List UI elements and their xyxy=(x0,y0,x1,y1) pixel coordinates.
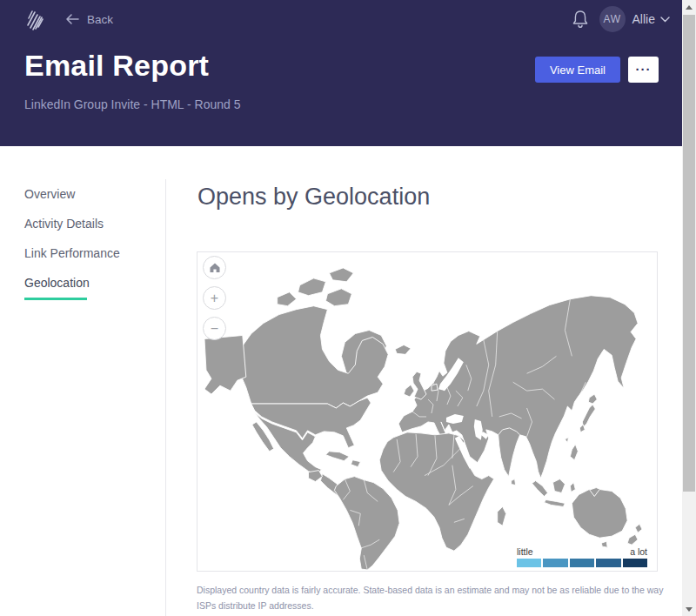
country-new-zealand-south[interactable] xyxy=(627,534,638,545)
legend-swatch xyxy=(517,559,541,567)
geolocation-map-card: + − little a lot xyxy=(197,251,658,572)
country-canada-arctic-island[interactable] xyxy=(329,268,353,282)
back-button[interactable]: Back xyxy=(64,13,113,26)
country-usa-alaska[interactable] xyxy=(204,335,246,394)
sidebar-item-label: Activity Details xyxy=(24,217,104,231)
country-canada-arctic-island[interactable] xyxy=(298,278,326,296)
sidebar-item-label: Link Performance xyxy=(24,246,120,260)
email-report-page: Back AW Allie Email Report View Email ··… xyxy=(0,0,696,616)
sidebar-item-label: Overview xyxy=(24,187,75,201)
island-java[interactable] xyxy=(544,499,565,506)
map-zoom-out-button[interactable]: − xyxy=(203,317,226,340)
more-options-button[interactable]: ··· xyxy=(628,57,659,83)
back-label: Back xyxy=(87,13,113,26)
legend-low-label: little xyxy=(517,546,533,557)
home-icon xyxy=(209,262,221,273)
app-logo-icon[interactable] xyxy=(24,7,49,31)
country-philippines[interactable] xyxy=(570,445,578,460)
sidebar-item-link-performance[interactable]: Link Performance xyxy=(24,246,155,261)
top-bar: Back AW Allie xyxy=(0,0,682,38)
country-netherlands[interactable] xyxy=(432,384,438,391)
legend-high-label: a lot xyxy=(630,546,647,557)
minus-icon: − xyxy=(211,322,218,336)
report-nav: Overview Activity Details Link Performan… xyxy=(24,187,155,315)
country-canada-arctic-island[interactable] xyxy=(325,289,351,306)
country-india[interactable] xyxy=(499,428,520,477)
world-map[interactable] xyxy=(197,252,657,571)
sidebar-item-geolocation[interactable]: Geolocation xyxy=(24,276,155,300)
map-home-button[interactable] xyxy=(203,256,226,279)
country-japan-honshu[interactable] xyxy=(582,405,595,427)
scrollbar-thumb[interactable] xyxy=(683,15,695,492)
country-iceland[interactable] xyxy=(395,345,411,354)
island-sulawesi[interactable] xyxy=(570,483,575,492)
page-title: Email Report xyxy=(24,49,209,83)
sidebar-divider xyxy=(165,179,166,616)
country-ireland[interactable] xyxy=(404,385,414,397)
scrollbar-down-button[interactable] xyxy=(682,602,696,616)
view-email-button[interactable]: View Email xyxy=(535,57,620,83)
sidebar-item-label: Geolocation xyxy=(24,276,90,290)
map-controls: + − xyxy=(203,256,226,340)
legend-color-scale xyxy=(517,559,647,567)
plus-icon: + xyxy=(211,291,218,305)
legend-swatch xyxy=(570,559,594,567)
page-scrollbar[interactable] xyxy=(682,0,696,616)
country-japan-hokkaido[interactable] xyxy=(588,394,597,404)
section-heading: Opens by Geolocation xyxy=(197,184,430,211)
country-new-zealand-north[interactable] xyxy=(635,524,642,532)
country-australia[interactable] xyxy=(572,490,627,539)
scrollbar-up-button[interactable] xyxy=(682,0,696,14)
header: Back AW Allie Email Report View Email ··… xyxy=(0,0,682,146)
country-guatemala[interactable] xyxy=(309,471,323,482)
user-avatar[interactable]: AW xyxy=(599,6,626,32)
legend-swatch xyxy=(623,559,647,567)
user-menu[interactable]: Allie xyxy=(632,12,670,26)
legend-swatch xyxy=(596,559,620,567)
island-sumatra[interactable] xyxy=(532,481,548,497)
sidebar-item-overview[interactable]: Overview xyxy=(24,187,155,202)
country-cuba[interactable] xyxy=(325,452,349,461)
map-legend: little a lot xyxy=(517,546,647,567)
active-tab-underline xyxy=(24,298,87,300)
country-united-kingdom[interactable] xyxy=(412,372,426,399)
title-row: Email Report View Email ··· xyxy=(24,49,659,83)
country-canada-arctic-island[interactable] xyxy=(278,292,297,306)
map-zoom-in-button[interactable]: + xyxy=(203,286,226,310)
notifications-bell-icon[interactable] xyxy=(572,10,589,29)
chevron-down-icon xyxy=(660,17,670,23)
country-madagascar[interactable] xyxy=(498,506,506,526)
island-sri-lanka[interactable] xyxy=(512,479,516,485)
map-footnote: Displayed country data is fairly accurat… xyxy=(197,582,677,614)
island-borneo[interactable] xyxy=(552,479,565,493)
country-hispaniola[interactable] xyxy=(351,460,360,467)
user-name: Allie xyxy=(632,12,655,26)
sidebar-item-activity-details[interactable]: Activity Details xyxy=(24,217,155,231)
back-arrow-icon xyxy=(64,13,80,25)
country-canada[interactable] xyxy=(238,306,388,408)
page-subtitle: LinkedIn Group Invite - HTML - Round 5 xyxy=(24,97,241,111)
island-taiwan[interactable] xyxy=(565,438,568,443)
legend-swatch xyxy=(543,559,567,567)
